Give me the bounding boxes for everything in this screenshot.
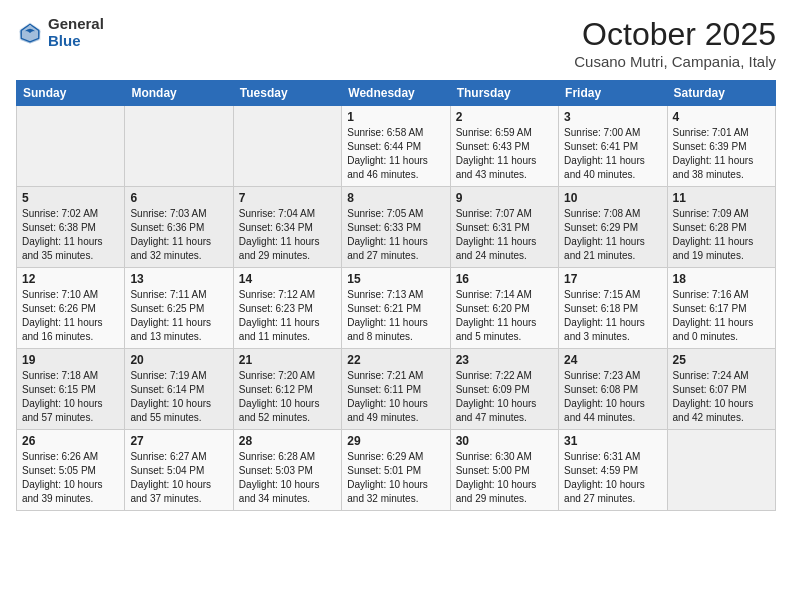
- day-number: 23: [456, 353, 553, 367]
- day-number: 31: [564, 434, 661, 448]
- day-number: 17: [564, 272, 661, 286]
- day-number: 9: [456, 191, 553, 205]
- calendar-cell: 6Sunrise: 7:03 AM Sunset: 6:36 PM Daylig…: [125, 187, 233, 268]
- day-info: Sunrise: 7:19 AM Sunset: 6:14 PM Dayligh…: [130, 369, 227, 425]
- day-info: Sunrise: 6:27 AM Sunset: 5:04 PM Dayligh…: [130, 450, 227, 506]
- calendar-cell: 29Sunrise: 6:29 AM Sunset: 5:01 PM Dayli…: [342, 430, 450, 511]
- calendar-week-row: 19Sunrise: 7:18 AM Sunset: 6:15 PM Dayli…: [17, 349, 776, 430]
- calendar-cell: 20Sunrise: 7:19 AM Sunset: 6:14 PM Dayli…: [125, 349, 233, 430]
- day-number: 20: [130, 353, 227, 367]
- column-header-thursday: Thursday: [450, 81, 558, 106]
- title-block: October 2025 Cusano Mutri, Campania, Ita…: [574, 16, 776, 70]
- day-number: 7: [239, 191, 336, 205]
- day-number: 18: [673, 272, 770, 286]
- calendar-cell: [17, 106, 125, 187]
- day-info: Sunrise: 7:18 AM Sunset: 6:15 PM Dayligh…: [22, 369, 119, 425]
- logo-general-text: General: [48, 16, 104, 33]
- column-header-wednesday: Wednesday: [342, 81, 450, 106]
- day-info: Sunrise: 7:00 AM Sunset: 6:41 PM Dayligh…: [564, 126, 661, 182]
- day-number: 1: [347, 110, 444, 124]
- day-info: Sunrise: 7:07 AM Sunset: 6:31 PM Dayligh…: [456, 207, 553, 263]
- calendar-cell: 22Sunrise: 7:21 AM Sunset: 6:11 PM Dayli…: [342, 349, 450, 430]
- day-number: 5: [22, 191, 119, 205]
- calendar-cell: 15Sunrise: 7:13 AM Sunset: 6:21 PM Dayli…: [342, 268, 450, 349]
- calendar-cell: 24Sunrise: 7:23 AM Sunset: 6:08 PM Dayli…: [559, 349, 667, 430]
- day-info: Sunrise: 7:13 AM Sunset: 6:21 PM Dayligh…: [347, 288, 444, 344]
- day-number: 12: [22, 272, 119, 286]
- calendar-table: SundayMondayTuesdayWednesdayThursdayFrid…: [16, 80, 776, 511]
- location-subtitle: Cusano Mutri, Campania, Italy: [574, 53, 776, 70]
- day-info: Sunrise: 7:05 AM Sunset: 6:33 PM Dayligh…: [347, 207, 444, 263]
- calendar-cell: 31Sunrise: 6:31 AM Sunset: 4:59 PM Dayli…: [559, 430, 667, 511]
- calendar-cell: 7Sunrise: 7:04 AM Sunset: 6:34 PM Daylig…: [233, 187, 341, 268]
- column-header-monday: Monday: [125, 81, 233, 106]
- day-number: 26: [22, 434, 119, 448]
- logo-blue-text: Blue: [48, 33, 104, 50]
- logo: General Blue: [16, 16, 104, 49]
- calendar-cell: 16Sunrise: 7:14 AM Sunset: 6:20 PM Dayli…: [450, 268, 558, 349]
- calendar-cell: 2Sunrise: 6:59 AM Sunset: 6:43 PM Daylig…: [450, 106, 558, 187]
- day-number: 2: [456, 110, 553, 124]
- calendar-cell: 5Sunrise: 7:02 AM Sunset: 6:38 PM Daylig…: [17, 187, 125, 268]
- column-header-friday: Friday: [559, 81, 667, 106]
- column-header-tuesday: Tuesday: [233, 81, 341, 106]
- day-number: 21: [239, 353, 336, 367]
- day-info: Sunrise: 7:01 AM Sunset: 6:39 PM Dayligh…: [673, 126, 770, 182]
- day-number: 28: [239, 434, 336, 448]
- logo-text: General Blue: [48, 16, 104, 49]
- calendar-cell: 30Sunrise: 6:30 AM Sunset: 5:00 PM Dayli…: [450, 430, 558, 511]
- calendar-week-row: 5Sunrise: 7:02 AM Sunset: 6:38 PM Daylig…: [17, 187, 776, 268]
- page-header: General Blue October 2025 Cusano Mutri, …: [16, 16, 776, 70]
- day-number: 16: [456, 272, 553, 286]
- day-number: 25: [673, 353, 770, 367]
- month-title: October 2025: [574, 16, 776, 53]
- calendar-cell: 23Sunrise: 7:22 AM Sunset: 6:09 PM Dayli…: [450, 349, 558, 430]
- day-number: 29: [347, 434, 444, 448]
- day-number: 14: [239, 272, 336, 286]
- day-info: Sunrise: 7:08 AM Sunset: 6:29 PM Dayligh…: [564, 207, 661, 263]
- day-number: 8: [347, 191, 444, 205]
- calendar-cell: 1Sunrise: 6:58 AM Sunset: 6:44 PM Daylig…: [342, 106, 450, 187]
- day-number: 30: [456, 434, 553, 448]
- day-info: Sunrise: 7:20 AM Sunset: 6:12 PM Dayligh…: [239, 369, 336, 425]
- day-number: 27: [130, 434, 227, 448]
- day-number: 22: [347, 353, 444, 367]
- calendar-cell: 26Sunrise: 6:26 AM Sunset: 5:05 PM Dayli…: [17, 430, 125, 511]
- day-info: Sunrise: 7:22 AM Sunset: 6:09 PM Dayligh…: [456, 369, 553, 425]
- column-header-saturday: Saturday: [667, 81, 775, 106]
- day-info: Sunrise: 7:02 AM Sunset: 6:38 PM Dayligh…: [22, 207, 119, 263]
- day-number: 6: [130, 191, 227, 205]
- day-info: Sunrise: 6:31 AM Sunset: 4:59 PM Dayligh…: [564, 450, 661, 506]
- calendar-cell: 11Sunrise: 7:09 AM Sunset: 6:28 PM Dayli…: [667, 187, 775, 268]
- calendar-week-row: 1Sunrise: 6:58 AM Sunset: 6:44 PM Daylig…: [17, 106, 776, 187]
- day-number: 3: [564, 110, 661, 124]
- day-number: 11: [673, 191, 770, 205]
- calendar-cell: 12Sunrise: 7:10 AM Sunset: 6:26 PM Dayli…: [17, 268, 125, 349]
- day-number: 13: [130, 272, 227, 286]
- calendar-cell: 14Sunrise: 7:12 AM Sunset: 6:23 PM Dayli…: [233, 268, 341, 349]
- day-info: Sunrise: 7:15 AM Sunset: 6:18 PM Dayligh…: [564, 288, 661, 344]
- day-number: 4: [673, 110, 770, 124]
- calendar-cell: 17Sunrise: 7:15 AM Sunset: 6:18 PM Dayli…: [559, 268, 667, 349]
- day-info: Sunrise: 7:16 AM Sunset: 6:17 PM Dayligh…: [673, 288, 770, 344]
- day-info: Sunrise: 6:28 AM Sunset: 5:03 PM Dayligh…: [239, 450, 336, 506]
- day-info: Sunrise: 7:23 AM Sunset: 6:08 PM Dayligh…: [564, 369, 661, 425]
- day-info: Sunrise: 7:21 AM Sunset: 6:11 PM Dayligh…: [347, 369, 444, 425]
- calendar-cell: [233, 106, 341, 187]
- day-number: 24: [564, 353, 661, 367]
- calendar-week-row: 12Sunrise: 7:10 AM Sunset: 6:26 PM Dayli…: [17, 268, 776, 349]
- day-number: 15: [347, 272, 444, 286]
- day-info: Sunrise: 6:29 AM Sunset: 5:01 PM Dayligh…: [347, 450, 444, 506]
- calendar-cell: [667, 430, 775, 511]
- calendar-cell: 27Sunrise: 6:27 AM Sunset: 5:04 PM Dayli…: [125, 430, 233, 511]
- calendar-cell: 10Sunrise: 7:08 AM Sunset: 6:29 PM Dayli…: [559, 187, 667, 268]
- day-info: Sunrise: 7:24 AM Sunset: 6:07 PM Dayligh…: [673, 369, 770, 425]
- calendar-week-row: 26Sunrise: 6:26 AM Sunset: 5:05 PM Dayli…: [17, 430, 776, 511]
- day-info: Sunrise: 7:10 AM Sunset: 6:26 PM Dayligh…: [22, 288, 119, 344]
- calendar-cell: 13Sunrise: 7:11 AM Sunset: 6:25 PM Dayli…: [125, 268, 233, 349]
- day-number: 10: [564, 191, 661, 205]
- day-info: Sunrise: 7:14 AM Sunset: 6:20 PM Dayligh…: [456, 288, 553, 344]
- day-number: 19: [22, 353, 119, 367]
- day-info: Sunrise: 7:12 AM Sunset: 6:23 PM Dayligh…: [239, 288, 336, 344]
- logo-icon: [16, 19, 44, 47]
